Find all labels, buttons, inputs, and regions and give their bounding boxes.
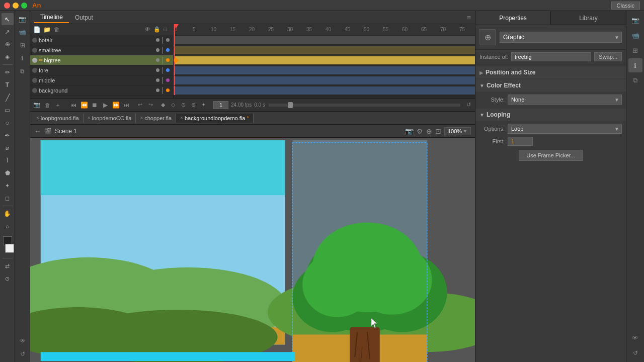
hand-tool[interactable]: ✋: [2, 208, 14, 220]
line-tool[interactable]: ╱: [2, 92, 14, 104]
toolbar-icon-1[interactable]: 📷: [628, 13, 642, 27]
insert-keyframe-btn[interactable]: ◆: [158, 101, 168, 110]
toolbar-icon-refresh[interactable]: ↺: [628, 346, 642, 360]
pencil-tool[interactable]: ✏: [2, 66, 14, 78]
loop-fwd-btn[interactable]: ↪: [146, 101, 155, 110]
play-btn[interactable]: ▶: [101, 101, 110, 110]
new-layer-btn[interactable]: 📄: [32, 25, 41, 34]
color-section-arrow: ▼: [479, 83, 485, 88]
toolbar-icon-3[interactable]: ⊞: [628, 43, 642, 57]
refresh-icon[interactable]: ↺: [17, 348, 29, 360]
oval-tool[interactable]: ○: [2, 117, 14, 129]
close-button[interactable]: [4, 3, 10, 9]
camera2-icon[interactable]: 📹: [17, 26, 29, 38]
options-dropdown-wrapper[interactable]: Loop ▼: [508, 124, 622, 134]
delete-frame-btn[interactable]: 🗑: [43, 101, 52, 110]
edit-onion-btn[interactable]: ✦: [199, 101, 208, 110]
stage-settings-icon[interactable]: ⚙: [417, 127, 423, 135]
subselection-tool[interactable]: ↗: [2, 26, 14, 38]
layer-row-background[interactable]: background: [30, 85, 173, 96]
step-back-btn[interactable]: ⏪: [79, 101, 89, 110]
layer-row-smalltree[interactable]: smalltree: [30, 45, 173, 55]
layer-row-fore[interactable]: fore: [30, 65, 173, 75]
maximize-button[interactable]: [21, 3, 27, 9]
reset-btn[interactable]: ↺: [464, 101, 473, 110]
instance-name-input[interactable]: [511, 52, 591, 61]
layer-row-hotair[interactable]: hotair: [30, 35, 173, 45]
eye-icon[interactable]: 👁: [17, 335, 29, 347]
tab-output[interactable]: Output: [69, 13, 99, 23]
stop-btn[interactable]: ⏹: [90, 101, 99, 110]
close-tab-chopper[interactable]: ×: [140, 115, 143, 121]
go-end-btn[interactable]: ⏭: [122, 101, 131, 110]
close-tab-loopbground[interactable]: ×: [36, 115, 39, 121]
minimize-button[interactable]: [13, 3, 19, 9]
zoom-display[interactable]: 100% ▼: [444, 127, 471, 135]
zoom-tool[interactable]: ⌕: [2, 220, 14, 232]
brush-tool[interactable]: ⌀: [2, 142, 14, 154]
symbol-type-dropdown-wrapper[interactable]: Graphic ▼: [500, 32, 622, 43]
insert-blank-kf-btn[interactable]: ◇: [169, 101, 178, 110]
close-tab-backgroundloopdemo[interactable]: ×: [180, 115, 183, 121]
onion-skin-btn[interactable]: ⊙: [179, 101, 188, 110]
ink-bottle-tool[interactable]: Ĭ: [2, 154, 14, 166]
add-frame-btn[interactable]: +: [53, 101, 62, 110]
tab-library[interactable]: Library: [551, 11, 626, 25]
style-select[interactable]: None: [508, 95, 622, 105]
free-transform-tool[interactable]: ⊕: [2, 38, 14, 50]
symbol-type-select[interactable]: Graphic: [500, 32, 622, 43]
eyedropper-tool[interactable]: ✦: [2, 179, 14, 192]
text-tool[interactable]: T: [2, 79, 14, 91]
camera-add-btn[interactable]: 📷: [32, 101, 41, 110]
doc-tab-backgroundloopdemo[interactable]: × backgroundloopdemo.fla*: [176, 114, 254, 123]
camera-icon[interactable]: 📷: [17, 13, 29, 25]
eraser-tool[interactable]: ◻: [2, 192, 14, 204]
grid-icon[interactable]: ⊞: [17, 39, 29, 51]
close-tab-loopdemoCC[interactable]: ×: [88, 115, 91, 121]
puzzle-icon[interactable]: ⧉: [17, 65, 29, 77]
toolbar-icon-5[interactable]: ⧉: [628, 73, 642, 87]
fill-swatch[interactable]: [5, 244, 14, 253]
delete-layer-btn[interactable]: 🗑: [52, 25, 61, 34]
layer-row-middle[interactable]: middle: [30, 75, 173, 85]
doc-tab-chopper[interactable]: × chopper.fla: [136, 114, 176, 123]
tab-properties[interactable]: Properties: [475, 11, 551, 25]
doc-tab-loopbground[interactable]: × loopbground.fla: [32, 114, 84, 123]
color-effect-header[interactable]: ▼ Color Effect: [475, 79, 626, 92]
style-dropdown-wrapper[interactable]: None ▼: [508, 95, 622, 105]
toolbar-icon-4[interactable]: ℹ: [628, 58, 642, 72]
position-size-header[interactable]: ▶ Position and Size: [475, 66, 626, 78]
classic-button[interactable]: Classic: [611, 2, 640, 10]
svg-text:20: 20: [249, 27, 255, 32]
crop-icon[interactable]: ⊡: [435, 127, 441, 135]
go-start-btn[interactable]: ⏮: [69, 101, 78, 110]
pen-tool[interactable]: ✒: [2, 129, 14, 141]
rect-tool[interactable]: ▭: [2, 104, 14, 116]
gradient-tool[interactable]: ◈: [2, 51, 14, 63]
timeline-collapse-icon[interactable]: ≡: [467, 14, 471, 22]
options-select[interactable]: Loop: [508, 124, 622, 134]
new-folder-btn[interactable]: 📁: [42, 25, 51, 34]
back-btn[interactable]: ←: [34, 127, 41, 135]
step-fwd-btn[interactable]: ⏩: [111, 101, 120, 110]
swap-colors[interactable]: ⇄: [2, 260, 14, 272]
layer-row-bigtree[interactable]: ✏ bigtree: [30, 55, 173, 65]
looping-header[interactable]: ▼ Looping: [475, 109, 626, 121]
toolbar-icon-2[interactable]: 📹: [628, 28, 642, 42]
doc-tab-loopdemoCC[interactable]: × loopdemoCC.fla: [84, 114, 136, 123]
selection-tool[interactable]: ↖: [2, 13, 14, 25]
onion-outline-btn[interactable]: ⊚: [189, 101, 198, 110]
loop-back-btn[interactable]: ↩: [135, 101, 144, 110]
camera-stage-icon[interactable]: 📷: [405, 127, 414, 135]
center-stage-icon[interactable]: ⊕: [426, 127, 432, 135]
swap-button[interactable]: Swap...: [594, 52, 622, 61]
tab-timeline[interactable]: Timeline: [34, 12, 69, 23]
toolbar-icon-eye[interactable]: 👁: [628, 331, 642, 345]
first-frame-input[interactable]: 1: [508, 137, 533, 146]
current-frame-input[interactable]: 1: [213, 101, 228, 109]
paint-bucket-tool[interactable]: ⬟: [2, 167, 14, 179]
info-icon[interactable]: ℹ: [17, 52, 29, 64]
snap-to-objects[interactable]: ⊙: [2, 273, 14, 285]
use-frame-picker-button[interactable]: Use Frame Picker...: [519, 150, 583, 161]
playback-scrubber[interactable]: [269, 104, 460, 107]
